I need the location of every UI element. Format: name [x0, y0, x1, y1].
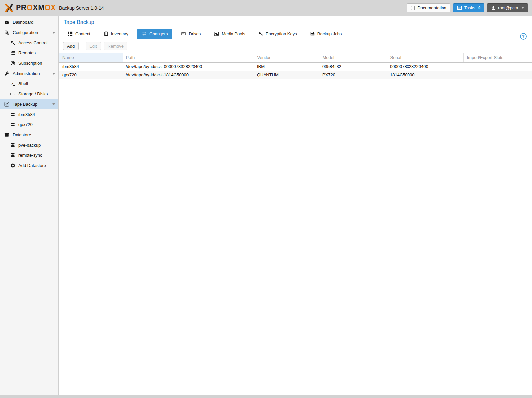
exchange-icon [10, 122, 16, 127]
sidebar-item-ibm3584[interactable]: ibm3584 [0, 109, 58, 119]
documentation-label: Documentation [417, 5, 446, 10]
hdd-icon [10, 91, 16, 96]
sidebar-item-access-control[interactable]: Access Control [0, 38, 58, 48]
main-panel: Tape Backup ? Content Inventory Changers… [59, 16, 532, 395]
terminal-icon: >_ [10, 82, 16, 86]
sidebar-item-subscription[interactable]: Subscription [0, 58, 58, 68]
exchange-icon [142, 31, 147, 36]
collapse-caret-icon[interactable] [52, 103, 55, 105]
chevron-down-icon [521, 7, 524, 9]
sort-ascending-icon: ↑ [76, 55, 78, 60]
sidebar-item-add-datastore[interactable]: Add Datastore [0, 160, 58, 171]
table-row[interactable]: ibm3584 /dev/tape/by-id/scsi-00000783282… [59, 62, 532, 71]
toolbar-separator [82, 43, 82, 49]
sidebar-item-dashboard[interactable]: Dashboard [0, 17, 58, 27]
sidebar-item-label: Administration [13, 71, 40, 76]
sidebar-item-label: Datastore [13, 132, 31, 137]
tab-media-pools[interactable]: Media Pools [210, 29, 250, 39]
sidebar-item-pve-backup[interactable]: pve-backup [0, 140, 58, 150]
grid-icon [68, 31, 73, 36]
cell-vendor: QUANTUM [254, 71, 319, 79]
sidebar-item-label: Add Datastore [18, 163, 46, 168]
edit-button[interactable]: Edit [86, 42, 101, 50]
cell-import-export-slots [463, 62, 532, 71]
sidebar-item-label: Subscription [18, 61, 42, 66]
cell-serial: 1814C50000 [387, 71, 463, 79]
task-list-icon [457, 5, 462, 10]
sidebar-item-tape-backup[interactable]: Tape Backup [0, 99, 58, 109]
page-title: Tape Backup [59, 16, 532, 29]
save-icon [310, 31, 315, 36]
sidebar-item-label: remote-sync [18, 153, 42, 158]
cell-path: /dev/tape/by-id/scsi-1814C50000 [123, 71, 254, 79]
column-header-import-export-slots[interactable]: Import/Export Slots [463, 53, 532, 62]
proxmox-wordmark: PROXMOX [16, 3, 56, 12]
user-menu-button[interactable]: root@pam [487, 3, 528, 12]
lifebuoy-icon [10, 61, 16, 66]
tab-label: Changers [149, 31, 168, 36]
remove-button[interactable]: Remove [104, 42, 127, 50]
sidebar-item-datastore[interactable]: Datastore [0, 130, 58, 140]
column-header-model[interactable]: Model [319, 53, 387, 62]
sidebar-item-configuration[interactable]: Configuration [0, 27, 58, 38]
cell-vendor: IBM [254, 62, 319, 71]
tab-label: Content [75, 31, 90, 36]
key-icon [259, 31, 263, 36]
sidebar-item-label: Tape Backup [13, 102, 37, 107]
tab-label: Media Pools [222, 31, 245, 36]
sidebar-item-administration[interactable]: Administration [0, 68, 58, 79]
sidebar-item-shell[interactable]: >_ Shell [0, 79, 58, 89]
tasks-count-badge: 0 [478, 5, 480, 10]
help-icon[interactable]: ? [520, 33, 527, 40]
column-header-vendor[interactable]: Vendor [254, 53, 319, 62]
sidebar-item-label: qpx720 [18, 122, 33, 127]
cell-path: /dev/tape/by-id/scsi-0000078328220400 [123, 62, 254, 71]
plus-circle-icon [10, 163, 16, 168]
key-icon [10, 41, 16, 45]
tab-backup-jobs[interactable]: Backup Jobs [306, 29, 346, 39]
documentation-button[interactable]: Documentation [407, 3, 450, 12]
object-group-icon [214, 31, 219, 36]
database-icon [10, 143, 16, 148]
tab-encryption-keys[interactable]: Encryption Keys [254, 29, 301, 39]
tab-drives[interactable]: Drives [177, 29, 205, 39]
book-icon [410, 6, 415, 10]
sidebar-item-storage-disks[interactable]: Storage / Disks [0, 89, 58, 99]
tab-label: Encryption Keys [266, 31, 297, 36]
sidebar-item-label: pve-backup [18, 143, 41, 148]
tab-content[interactable]: Content [64, 29, 95, 39]
sidebar-item-label: Configuration [13, 30, 38, 35]
column-header-path[interactable]: Path [123, 53, 254, 62]
changers-table: Name↑ Path Vendor Model Serial Import/Ex… [59, 53, 532, 79]
column-header-name[interactable]: Name↑ [59, 53, 123, 62]
wrench-icon [4, 71, 10, 76]
sidebar-item-remote-sync[interactable]: remote-sync [0, 150, 58, 160]
tab-label: Inventory [111, 31, 128, 36]
sidebar-item-label: Access Control [18, 40, 47, 45]
drive-icon [181, 31, 186, 36]
sidebar-item-label: Storage / Disks [18, 91, 48, 96]
sidebar-item-label: Dashboard [13, 20, 34, 25]
sidebar-item-remotes[interactable]: Remotes [0, 48, 58, 58]
collapse-caret-icon[interactable] [52, 73, 55, 75]
table-row[interactable]: qpx720 /dev/tape/by-id/scsi-1814C50000 Q… [59, 71, 532, 79]
collapse-caret-icon[interactable] [52, 32, 55, 34]
tasks-button[interactable]: Tasks 0 [453, 3, 484, 12]
proxmox-x-logo-icon [4, 3, 14, 13]
add-button[interactable]: Add [63, 42, 79, 50]
cell-name: qpx720 [59, 71, 123, 79]
cell-model: 03584L32 [319, 62, 387, 71]
product-version-label: Backup Server 1.0-14 [59, 5, 104, 11]
exchange-icon [10, 112, 16, 117]
navigation-sidebar: Dashboard Configuration Access Control R… [0, 16, 59, 395]
sidebar-item-label: Shell [18, 81, 28, 86]
archive-icon [4, 132, 10, 137]
tab-changers[interactable]: Changers [137, 29, 172, 39]
sidebar-item-qpx720[interactable]: qpx720 [0, 119, 58, 130]
column-header-serial[interactable]: Serial [387, 53, 463, 62]
gauge-icon [4, 20, 10, 25]
tape-icon [4, 102, 10, 107]
tab-inventory[interactable]: Inventory [99, 29, 133, 39]
tab-label: Backup Jobs [317, 31, 342, 36]
cogs-icon [4, 30, 10, 35]
